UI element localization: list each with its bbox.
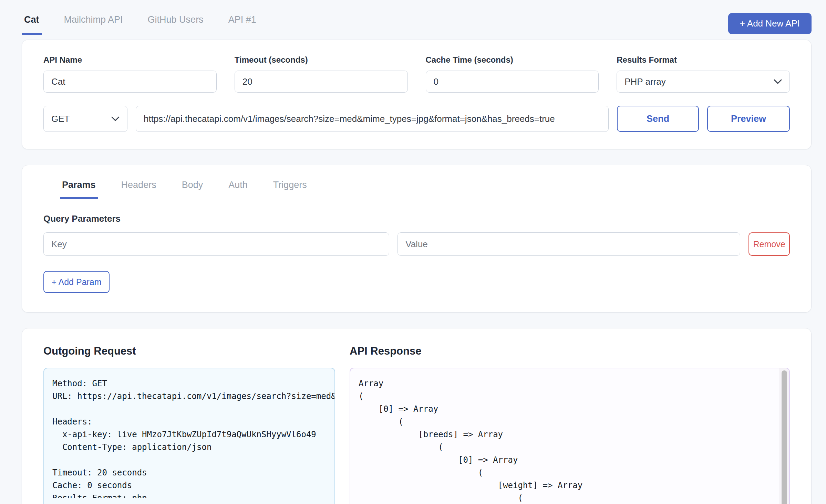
request-url-row: GET Send Preview <box>43 106 790 132</box>
tab-github-users[interactable]: GitHub Users <box>145 12 206 35</box>
request-url-input[interactable] <box>136 106 609 132</box>
timeout-input[interactable] <box>235 71 408 93</box>
api-name-input[interactable] <box>43 71 217 93</box>
results-format-label: Results Format <box>617 55 790 65</box>
api-config-card: API Name Timeout (seconds) Cache Time (s… <box>22 40 812 149</box>
outgoing-request-code: Method: GET URL: https://api.thecatapi.c… <box>44 368 334 498</box>
api-name-label: API Name <box>43 55 217 65</box>
preview-button[interactable]: Preview <box>707 106 790 132</box>
api-name-field-group: API Name <box>43 55 217 93</box>
remove-param-button[interactable]: Remove <box>748 232 790 256</box>
top-bar: Cat Mailchimp API GitHub Users API #1 + … <box>22 0 812 35</box>
http-method-value: GET <box>51 114 70 124</box>
tab-params[interactable]: Params <box>60 175 98 199</box>
api-response-title: API Response <box>350 345 790 357</box>
vertical-scrollbar-thumb[interactable] <box>782 370 787 504</box>
config-field-row: API Name Timeout (seconds) Cache Time (s… <box>43 55 790 93</box>
cache-time-label: Cache Time (seconds) <box>426 55 599 65</box>
cache-time-field-group: Cache Time (seconds) <box>426 55 599 93</box>
add-param-button[interactable]: + Add Param <box>43 271 110 293</box>
vertical-scrollbar[interactable] <box>779 368 789 504</box>
outgoing-request-section: Outgoing Request Method: GET URL: https:… <box>43 345 335 504</box>
http-method-select[interactable]: GET <box>43 106 127 132</box>
chevron-down-icon <box>111 116 120 121</box>
request-settings-card: Params Headers Body Auth Triggers Query … <box>22 165 812 313</box>
add-new-api-button[interactable]: + Add New API <box>728 13 812 34</box>
tab-auth[interactable]: Auth <box>226 175 250 199</box>
chevron-down-icon <box>774 79 782 84</box>
timeout-field-group: Timeout (seconds) <box>235 55 408 93</box>
outgoing-request-title: Outgoing Request <box>43 345 335 357</box>
tab-cat[interactable]: Cat <box>22 12 42 35</box>
tab-body[interactable]: Body <box>180 175 205 199</box>
param-value-input[interactable] <box>397 232 740 256</box>
results-format-value: PHP array <box>624 76 665 87</box>
api-response-panel: Array ( [0] => Array ( [breeds] => Array… <box>350 368 790 504</box>
tab-headers[interactable]: Headers <box>119 175 158 199</box>
tab-triggers[interactable]: Triggers <box>271 175 309 199</box>
param-key-input[interactable] <box>43 232 389 256</box>
results-format-field-group: Results Format PHP array <box>617 55 790 93</box>
page: Cat Mailchimp API GitHub Users API #1 + … <box>0 0 826 504</box>
request-tabs: Params Headers Body Auth Triggers <box>43 175 790 199</box>
api-response-section: API Response Array ( [0] => Array ( [bre… <box>350 345 790 504</box>
send-button[interactable]: Send <box>617 106 699 132</box>
outgoing-request-panel: Method: GET URL: https://api.thecatapi.c… <box>43 368 335 504</box>
cache-time-input[interactable] <box>426 71 599 93</box>
results-format-select[interactable]: PHP array <box>617 71 790 93</box>
query-parameters-heading: Query Parameters <box>43 213 790 224</box>
timeout-label: Timeout (seconds) <box>235 55 408 65</box>
output-columns: Outgoing Request Method: GET URL: https:… <box>43 345 790 504</box>
output-card: Outgoing Request Method: GET URL: https:… <box>22 328 812 504</box>
query-param-row: Remove <box>43 232 790 256</box>
tab-mailchimp-api[interactable]: Mailchimp API <box>62 12 125 35</box>
tab-api-1[interactable]: API #1 <box>226 12 259 35</box>
api-response-code: Array ( [0] => Array ( [breeds] => Array… <box>350 368 789 504</box>
api-tabs: Cat Mailchimp API GitHub Users API #1 <box>22 12 259 35</box>
